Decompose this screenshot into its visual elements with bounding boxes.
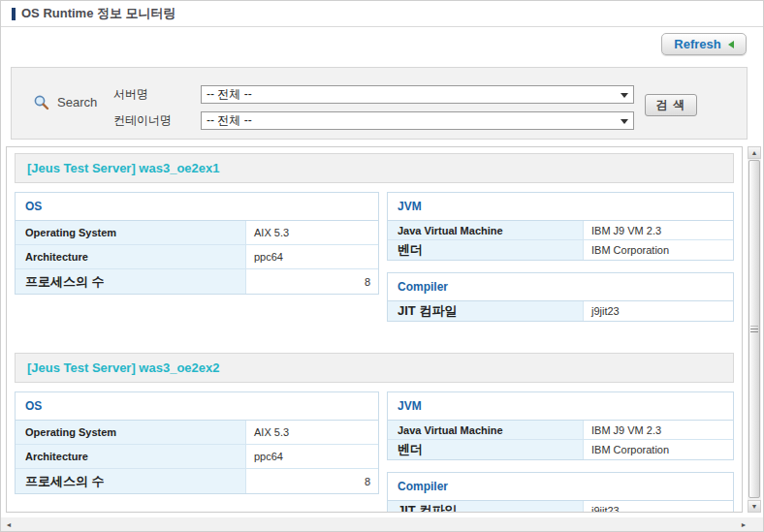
- app-window: OS Runtime 정보 모니터링 Refresh Search 서버명 --…: [0, 0, 764, 532]
- os-table: OS Operating SystemAIX 5.3Architecturepp…: [15, 391, 379, 494]
- row-value: IBM Corporation: [584, 440, 733, 459]
- search-brand-label: Search: [57, 95, 97, 110]
- os-column: OS Operating SystemAIX 5.3Architecturepp…: [15, 391, 379, 513]
- row-label: 벤더: [388, 240, 584, 260]
- row-value: ppc64: [246, 245, 378, 268]
- table-row: JIT 컴파일j9jit23: [388, 501, 733, 513]
- server-field-row: 서버명 -- 전체 --: [113, 85, 634, 104]
- table-row: Operating SystemAIX 5.3: [16, 421, 378, 445]
- refresh-arrow-icon: [728, 41, 734, 48]
- section-title: Compiler: [388, 473, 733, 501]
- compiler-table: Compiler JIT 컴파일j9jit23: [387, 472, 734, 513]
- page-header: OS Runtime 정보 모니터링: [1, 1, 763, 27]
- row-value: AIX 5.3: [246, 221, 378, 244]
- server-panel-header: [Jeus Test Server] was3_oe2ex2: [15, 353, 734, 383]
- row-label: Architecture: [16, 245, 246, 268]
- container-select-value: -- 전체 --: [207, 112, 252, 129]
- table-row: Architectureppc64: [16, 445, 378, 469]
- table-row: Operating SystemAIX 5.3: [16, 221, 378, 245]
- server-panel-header: [Jeus Test Server] was3_oe2ex1: [15, 153, 734, 183]
- row-value: j9jit23: [584, 301, 733, 321]
- row-label: Architecture: [16, 445, 246, 468]
- row-label: Operating System: [16, 221, 246, 244]
- row-value: IBM J9 VM 2.3: [584, 221, 733, 239]
- row-label: JIT 컴파일: [388, 301, 584, 321]
- scroll-left-button[interactable]: ◄: [2, 517, 16, 531]
- table-row: 벤더IBM Corporation: [388, 440, 733, 459]
- row-value: j9jit23: [584, 501, 733, 513]
- container-field-row: 컨테이너명 -- 전체 --: [113, 111, 634, 130]
- row-value: ppc64: [246, 445, 378, 468]
- table-row: JIT 컴파일j9jit23: [388, 301, 733, 321]
- table-row: 프로세스의 수8: [16, 269, 378, 294]
- section-title: OS: [16, 392, 378, 421]
- jvm-table: JVM Java Virtual MachineIBM J9 VM 2.3벤더I…: [387, 192, 734, 261]
- refresh-button-label: Refresh: [674, 37, 720, 51]
- title-accent-bar: [12, 8, 16, 20]
- table-row: Java Virtual MachineIBM J9 VM 2.3: [388, 221, 733, 240]
- panel-title: [Jeus Test Server] was3_oe2ex2: [27, 360, 220, 375]
- section-title: JVM: [388, 392, 733, 421]
- search-panel: Search 서버명 -- 전체 -- 컨테이너명 -- 전체 -- 검 색: [11, 67, 748, 140]
- server-panel-body: OS Operating SystemAIX 5.3Architecturepp…: [15, 391, 734, 513]
- row-label: Java Virtual Machine: [388, 221, 584, 239]
- compiler-table: Compiler JIT 컴파일j9jit23: [387, 272, 734, 322]
- jvm-column: JVM Java Virtual MachineIBM J9 VM 2.3벤더I…: [387, 192, 734, 322]
- search-fields: 서버명 -- 전체 -- 컨테이너명 -- 전체 --: [113, 85, 634, 138]
- os-table: OS Operating SystemAIX 5.3Architecturepp…: [15, 192, 379, 295]
- page-title: OS Runtime 정보 모니터링: [21, 5, 176, 22]
- table-row: Architectureppc64: [16, 245, 378, 269]
- jvm-table: JVM Java Virtual MachineIBM J9 VM 2.3벤더I…: [387, 391, 734, 460]
- search-brand: Search: [33, 94, 97, 110]
- server-panel: [Jeus Test Server] was3_oe2ex1 OS Operat…: [15, 153, 734, 322]
- scrollbar-grip: [750, 326, 758, 332]
- container-field-label: 컨테이너명: [113, 112, 201, 129]
- server-select-value: -- 전체 --: [207, 86, 252, 103]
- refresh-button[interactable]: Refresh: [661, 33, 747, 55]
- search-submit-button[interactable]: 검 색: [645, 94, 697, 116]
- section-rows: Java Virtual MachineIBM J9 VM 2.3벤더IBM C…: [388, 421, 733, 459]
- section-rows: JIT 컴파일j9jit23: [388, 301, 733, 321]
- row-label: Operating System: [16, 421, 246, 444]
- scroll-up-button[interactable]: ▲: [748, 146, 761, 159]
- scroll-down-button[interactable]: ▼: [748, 500, 761, 513]
- row-label: 벤더: [388, 440, 584, 459]
- row-value: 8: [246, 469, 378, 493]
- section-rows: Operating SystemAIX 5.3Architectureppc64…: [16, 421, 378, 493]
- vertical-scrollbar-thumb[interactable]: [748, 160, 760, 498]
- section-rows: Java Virtual MachineIBM J9 VM 2.3벤더IBM C…: [388, 221, 733, 260]
- row-value: 8: [246, 269, 378, 294]
- server-panel-body: OS Operating SystemAIX 5.3Architecturepp…: [15, 192, 734, 322]
- server-select[interactable]: -- 전체 --: [201, 85, 634, 104]
- row-label: JIT 컴파일: [388, 501, 584, 513]
- scroll-right-button[interactable]: ►: [737, 517, 750, 531]
- panel-title: [Jeus Test Server] was3_oe2ex1: [27, 161, 220, 175]
- section-title: Compiler: [388, 273, 733, 301]
- os-column: OS Operating SystemAIX 5.3Architecturepp…: [15, 192, 379, 322]
- table-row: Java Virtual MachineIBM J9 VM 2.3: [388, 421, 733, 440]
- vertical-scrollbar[interactable]: ▲ ▼: [748, 146, 761, 513]
- chevron-down-icon: [621, 119, 628, 124]
- server-field-label: 서버명: [113, 86, 201, 103]
- row-label: Java Virtual Machine: [388, 421, 584, 439]
- section-title: JVM: [388, 193, 733, 221]
- section-rows: Operating SystemAIX 5.3Architectureppc64…: [16, 221, 378, 294]
- table-row: 벤더IBM Corporation: [388, 240, 733, 260]
- section-title: OS: [16, 193, 378, 221]
- row-value: AIX 5.3: [246, 421, 378, 444]
- container-select[interactable]: -- 전체 --: [201, 111, 634, 130]
- row-value: IBM J9 VM 2.3: [584, 421, 733, 439]
- jvm-column: JVM Java Virtual MachineIBM J9 VM 2.3벤더I…: [387, 391, 734, 513]
- table-row: 프로세스의 수8: [16, 469, 378, 493]
- search-icon: [33, 94, 49, 110]
- row-label: 프로세스의 수: [16, 269, 246, 294]
- server-panel: [Jeus Test Server] was3_oe2ex2 OS Operat…: [15, 353, 734, 513]
- panel-list: [Jeus Test Server] was3_oe2ex1 OS Operat…: [6, 146, 743, 513]
- horizontal-scrollbar[interactable]: ◄ ►: [1, 517, 764, 531]
- row-label: 프로세스의 수: [16, 469, 246, 493]
- chevron-down-icon: [621, 93, 628, 98]
- section-rows: JIT 컴파일j9jit23: [388, 501, 733, 513]
- row-value: IBM Corporation: [584, 240, 733, 260]
